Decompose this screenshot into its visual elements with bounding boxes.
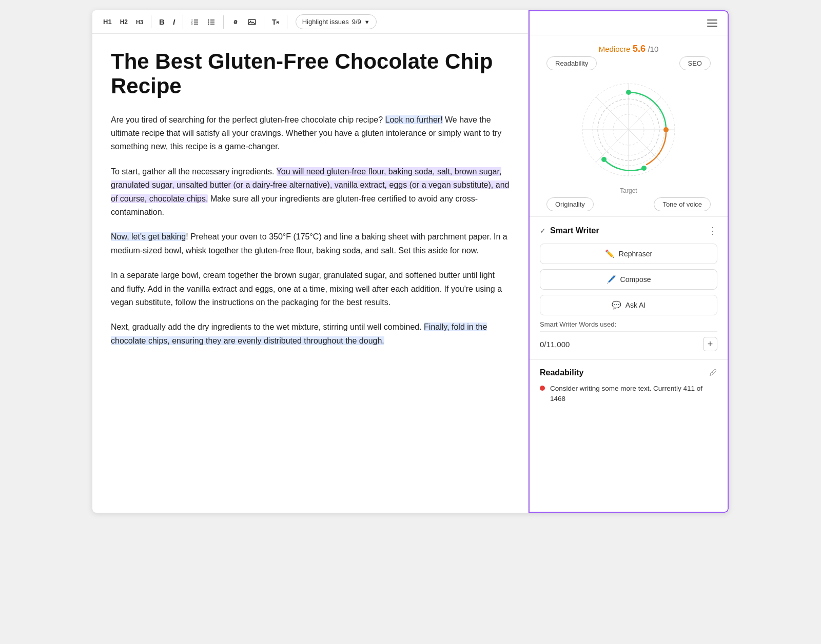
paragraph-2: To start, gather all the necessary ingre… <box>111 165 510 219</box>
highlight-1: Look no further! <box>385 115 443 124</box>
editor-content[interactable]: The Best Gluten-Free Chocolate Chip Reci… <box>92 34 528 513</box>
radar-tabs-bottom: Originality Tone of voice <box>541 197 716 211</box>
originality-tab[interactable]: Originality <box>546 197 594 211</box>
menu-line-3 <box>707 26 717 27</box>
svg-point-24 <box>641 166 647 171</box>
insert-group <box>228 15 264 29</box>
readability-panel: Readability 🖊 Consider writing some more… <box>530 359 728 413</box>
smart-writer-chevron[interactable]: ✓ <box>540 227 546 235</box>
paragraph-4: In a separate large bowl, cream together… <box>111 269 510 309</box>
menu-button[interactable] <box>705 17 719 29</box>
h2-button[interactable]: H2 <box>116 16 131 28</box>
clear-group: Tx <box>268 15 287 29</box>
highlight-count: 9/9 <box>352 18 361 26</box>
h1-button[interactable]: H1 <box>100 15 115 28</box>
paragraph-5: Next, gradually add the dry ingredients … <box>111 320 510 348</box>
h3-button[interactable]: H3 <box>132 16 147 28</box>
score-section: Mediocre 5.6 /10 Readability SEO <box>530 35 728 216</box>
highlight-label: Highlight issues <box>302 18 349 26</box>
format-group: B I <box>155 15 183 29</box>
smart-writer-title-row: ✓ Smart Writer <box>540 226 599 235</box>
clear-format-button[interactable]: Tx <box>268 15 283 29</box>
red-dot-icon <box>540 386 545 391</box>
ask-ai-icon: 💬 <box>612 300 621 310</box>
italic-button[interactable]: I <box>169 15 179 29</box>
heading-group: H1 H2 H3 <box>100 15 151 28</box>
highlight-2: You will need gluten-free flour, baking … <box>111 167 509 203</box>
score-label: Mediocre <box>599 45 631 53</box>
smart-writer-more-button[interactable]: ⋮ <box>708 225 717 236</box>
svg-point-25 <box>601 157 607 162</box>
right-header <box>530 11 728 35</box>
radar-target-label: Target <box>541 187 716 194</box>
chevron-down-icon: ▼ <box>364 19 370 25</box>
menu-line-1 <box>707 19 717 21</box>
ask-ai-button[interactable]: 💬 Ask AI <box>540 295 717 315</box>
compose-label: Compose <box>620 275 651 284</box>
radar-container: Readability SEO <box>541 56 716 211</box>
ordered-list-button[interactable]: 1 2 3 <box>187 15 203 29</box>
app-container: H1 H2 H3 B I 1 2 3 <box>92 10 729 513</box>
list-group: 1 2 3 <box>187 15 224 29</box>
left-panel: H1 H2 H3 B I 1 2 3 <box>92 10 529 513</box>
article-title: The Best Gluten-Free Chocolate Chip Reci… <box>111 49 510 99</box>
link-button[interactable] <box>228 15 243 29</box>
add-words-button[interactable]: + <box>703 337 717 351</box>
rephraser-label: Rephraser <box>619 250 652 258</box>
readability-tab[interactable]: Readability <box>546 56 597 70</box>
score-max: /10 <box>648 45 658 53</box>
words-divider <box>540 331 717 332</box>
readability-text: Consider writing some more text. Current… <box>550 384 717 405</box>
svg-point-22 <box>626 90 631 95</box>
highlight-4: Finally, fold in the chocolate chips, en… <box>111 323 487 345</box>
paragraph-3: Now, let's get baking! Preheat your oven… <box>111 230 510 257</box>
radar-svg-wrapper <box>541 73 716 186</box>
paragraph-1: Are you tired of searching for the perfe… <box>111 113 510 154</box>
words-row: 0/11,000 + <box>540 337 717 351</box>
bold-button[interactable]: B <box>155 15 168 29</box>
right-panel: Mediocre 5.6 /10 Readability SEO <box>529 10 729 513</box>
ask-ai-label: Ask AI <box>625 301 646 309</box>
smart-writer-title: Smart Writer <box>550 226 599 235</box>
svg-point-23 <box>663 127 669 132</box>
unordered-list-icon <box>207 18 216 26</box>
unordered-list-button[interactable] <box>204 15 219 29</box>
compose-button[interactable]: 🖊️ Compose <box>540 269 717 290</box>
rephraser-icon: ✏️ <box>605 249 615 258</box>
smart-writer-section: ✓ Smart Writer ⋮ ✏️ Rephraser 🖊️ Compose… <box>530 216 728 359</box>
svg-point-7 <box>208 21 209 22</box>
tone-of-voice-tab[interactable]: Tone of voice <box>654 197 711 211</box>
highlight-3: Now, let's get baking <box>111 232 186 241</box>
image-button[interactable] <box>244 15 260 29</box>
rephraser-button[interactable]: ✏️ Rephraser <box>540 244 717 264</box>
article-body: Are you tired of searching for the perfe… <box>111 113 510 348</box>
toolbar: H1 H2 H3 B I 1 2 3 <box>92 10 528 34</box>
svg-text:3: 3 <box>191 23 193 25</box>
menu-line-2 <box>707 23 717 24</box>
words-used: 0 <box>540 340 544 349</box>
image-icon <box>248 18 256 26</box>
smart-writer-header: ✓ Smart Writer ⋮ <box>540 225 717 236</box>
words-count: 0/11,000 <box>540 340 570 349</box>
readability-item: Consider writing some more text. Current… <box>540 384 717 405</box>
radar-tabs-top: Readability SEO <box>541 56 716 70</box>
ordered-list-icon: 1 2 3 <box>191 18 199 26</box>
svg-point-8 <box>208 23 209 24</box>
words-used-label: Smart Writer Words used: <box>540 320 717 328</box>
radar-chart <box>572 73 685 186</box>
words-total: 11,000 <box>546 340 570 349</box>
compose-icon: 🖊️ <box>607 275 616 284</box>
highlight-issues-button[interactable]: Highlight issues 9/9 ▼ <box>296 14 377 29</box>
score-row: Mediocre 5.6 /10 <box>599 44 659 54</box>
seo-tab[interactable]: SEO <box>679 56 711 70</box>
svg-point-6 <box>208 19 209 20</box>
link-icon <box>231 18 240 26</box>
score-value: 5.6 <box>633 44 646 54</box>
readability-title: Readability <box>540 368 583 377</box>
readability-edit-icon[interactable]: 🖊 <box>709 368 717 377</box>
readability-header: Readability 🖊 <box>540 368 717 377</box>
